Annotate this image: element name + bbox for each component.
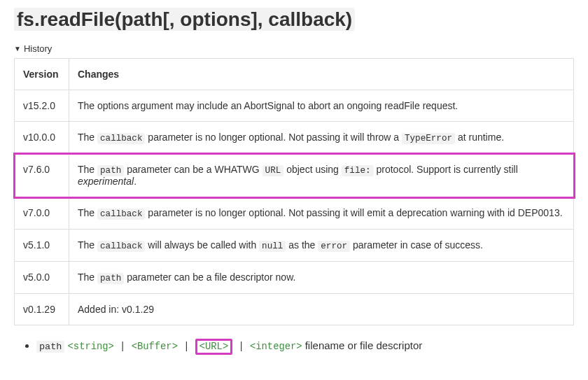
type-link[interactable]: <Buffer> [132,342,178,352]
table-header-row: Version Changes [15,59,574,90]
table-row: v5.1.0The callback will always be called… [15,230,574,262]
inline-code: callback [97,209,145,220]
table-row: v7.0.0The callback parameter is no longe… [15,197,574,230]
table-row: v5.0.0The path parameter can be a file d… [15,262,574,294]
italic-text: experimental [78,176,134,187]
inline-code: file: [342,165,374,176]
changes-cell: The path parameter can be a file descrip… [69,262,574,294]
changes-cell: The callback parameter is no longer opti… [69,197,574,230]
type-separator: | [232,342,250,352]
col-header-version: Version [15,59,69,90]
inline-code: error [318,241,350,252]
table-row: v15.2.0The options argument may include … [15,90,574,122]
inline-code: TypeError [402,133,455,144]
changes-cell: The path parameter can be a WHATWG URL o… [69,154,574,197]
method-signature-text: fs.readFile(path[, options], callback) [14,8,355,31]
table-row: v7.6.0The path parameter can be a WHATWG… [15,154,574,197]
version-cell: v5.1.0 [15,230,69,262]
version-cell: v0.1.29 [15,294,69,325]
inline-code: callback [97,133,145,144]
type-link[interactable]: <URL> [195,339,232,355]
inline-code: URL [262,165,284,176]
history-label: History [24,43,52,54]
version-cell: v15.2.0 [15,90,69,122]
version-cell: v7.0.0 [15,197,69,230]
table-row: v10.0.0The callback parameter is no long… [15,122,574,154]
version-cell: v5.0.0 [15,262,69,294]
changes-cell: The callback will always be called with … [69,230,574,262]
inline-code: callback [97,241,145,252]
inline-code: path [97,273,124,284]
method-signature-heading: fs.readFile(path[, options], callback) [14,8,574,31]
version-cell: v7.6.0 [15,154,69,197]
disclosure-triangle-icon: ▼ [14,45,21,52]
inline-code: null [259,241,286,252]
history-table: Version Changes v15.2.0The options argum… [14,58,574,325]
changes-cell: The options argument may include an Abor… [69,90,574,122]
changes-cell: Added in: v0.1.29 [69,294,574,325]
type-separator: | [114,342,132,352]
param-name: path [36,341,64,353]
history-toggle[interactable]: ▼ History [14,43,574,54]
type-link[interactable]: <string> [68,342,114,352]
parameter-list: path <string> | <Buffer> | <URL> | <inte… [14,339,574,352]
param-desc: filename or file descriptor [305,339,423,351]
inline-code: path [97,165,124,176]
col-header-changes: Changes [69,59,574,90]
table-row: v0.1.29Added in: v0.1.29 [15,294,574,325]
changes-cell: The callback parameter is no longer opti… [69,122,574,154]
type-link[interactable]: <integer> [250,342,302,352]
type-separator: | [178,342,195,352]
version-cell: v10.0.0 [15,122,69,154]
param-path: path <string> | <Buffer> | <URL> | <inte… [36,339,574,352]
